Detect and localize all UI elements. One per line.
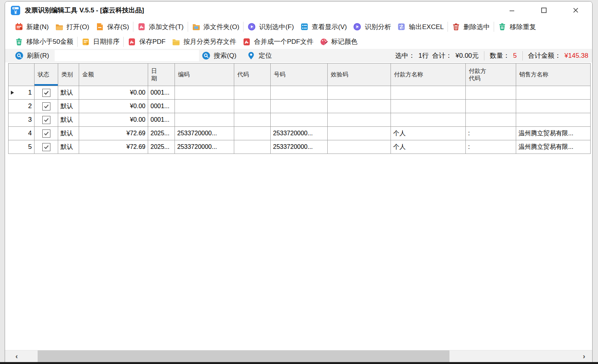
cell-code[interactable] [175,100,234,113]
cell-date[interactable]: 0001... [148,86,175,100]
cell-amount[interactable]: ¥0.00 [79,100,148,113]
cell-payer-code[interactable] [466,113,516,127]
column-header-date[interactable]: 日 期 [148,64,175,86]
cell-seller-name[interactable]: 温州腾立贸易有限... [516,140,591,154]
cell-number[interactable] [271,100,328,113]
row-header[interactable]: 4 [9,127,35,140]
cell-checksum[interactable] [328,86,391,100]
cell-category[interactable]: 默认 [58,127,79,140]
cell-amount[interactable]: ¥0.00 [79,86,148,100]
horizontal-scrollbar[interactable]: ‹ › [5,350,592,362]
status-checkbox-cell[interactable] [35,113,58,127]
cell-code2[interactable] [234,140,271,154]
cell-category[interactable]: 默认 [58,100,79,113]
save-pdf-button[interactable]: 保存PDF [126,36,168,47]
cell-seller-name[interactable] [516,86,591,100]
save-by-month-button[interactable]: 按月分类另存文件 [170,36,238,47]
cell-amount[interactable]: ¥72.69 [79,127,148,140]
column-header-status[interactable]: 状态 [35,64,58,86]
checkbox-checked[interactable] [42,116,50,124]
checkbox-checked[interactable] [42,143,50,151]
cell-code[interactable]: 2533720000... [175,140,234,154]
new-button[interactable]: 新建(N) [13,22,51,32]
cell-code2[interactable] [234,127,271,140]
cell-checksum[interactable] [328,127,391,140]
cell-code2[interactable] [234,100,271,113]
add-folder-button[interactable]: 添文件夹(O) [190,22,242,32]
maximize-button[interactable] [538,5,550,16]
cell-category[interactable]: 默认 [58,86,79,100]
cell-code2[interactable] [234,86,271,100]
cell-payer-name[interactable] [391,86,466,100]
cell-date[interactable]: 0001... [148,113,175,127]
cell-payer-code[interactable]: : [466,140,516,154]
cell-date[interactable]: 2025... [148,140,175,154]
cell-checksum[interactable] [328,140,391,154]
cell-amount[interactable]: ¥72.69 [79,140,148,154]
cell-seller-name[interactable] [516,113,591,127]
checkbox-checked[interactable] [42,102,50,110]
view-display-button[interactable]: 查看显示(V) [298,22,349,32]
remove-duplicates-button[interactable]: 移除重复 [496,22,538,32]
column-header-rowhead[interactable] [9,64,35,86]
scrollbar-thumb[interactable] [38,350,449,362]
column-header-amount[interactable]: 金额 [79,64,148,86]
cell-amount[interactable]: ¥0.00 [79,113,148,127]
column-header-seller-name[interactable]: 销售方名称 [516,64,591,86]
column-header-category[interactable]: 类别 [58,64,79,86]
cell-code[interactable] [175,86,234,100]
cell-number[interactable] [271,86,328,100]
cell-date[interactable]: 0001... [148,100,175,113]
status-checkbox-cell[interactable] [35,86,58,100]
column-header-code2[interactable]: 代码 [234,64,271,86]
column-header-number[interactable]: 号码 [271,64,328,86]
cell-checksum[interactable] [328,113,391,127]
save-button[interactable]: 保存(S) [93,22,131,32]
cell-payer-name[interactable] [391,100,466,113]
cell-payer-code[interactable] [466,86,516,100]
row-header[interactable]: 5 [9,140,35,154]
open-button[interactable]: 打开(O) [53,22,92,32]
minimize-button[interactable] [506,5,518,16]
mark-color-button[interactable]: 标记颜色 [318,36,359,47]
merge-pdf-button[interactable]: 合并成一个PDF文件 [240,36,315,47]
remove-under-50-button[interactable]: 移除小于50金额 [13,36,75,47]
cell-code2[interactable] [234,113,271,127]
cell-payer-name[interactable] [391,113,466,127]
row-header[interactable]: 2 [9,100,35,113]
column-header-payer-code[interactable]: 付款方 代码 [466,64,516,86]
checkbox-checked[interactable] [42,89,50,97]
scroll-right-button[interactable]: › [576,350,592,362]
cell-payer-code[interactable]: : [466,127,516,140]
cell-number[interactable]: 2533720000... [271,140,328,154]
recognize-analyze-button[interactable]: 识别分析 [351,22,393,32]
recognize-selected-button[interactable]: 识别选中(F) [245,22,296,32]
add-file-button[interactable]: 添加文件(T) [135,22,186,32]
row-header[interactable]: 1 [9,86,35,100]
cell-seller-name[interactable]: 温州腾立贸易有限... [516,127,591,140]
checkbox-checked[interactable] [42,129,50,138]
status-checkbox-cell[interactable] [35,100,58,113]
refresh-button[interactable]: 刷新(R) [13,50,51,61]
cell-category[interactable]: 默认 [58,113,79,127]
status-checkbox-cell[interactable] [35,140,58,154]
column-header-checksum[interactable]: 效验码 [328,64,391,86]
export-excel-button[interactable]: 输出EXCEL [395,22,446,32]
status-checkbox-cell[interactable] [35,127,58,140]
search-button[interactable]: 搜索(Q) [200,50,239,61]
cell-date[interactable]: 2025... [148,127,175,140]
cell-category[interactable]: 默认 [58,140,79,154]
cell-payer-code[interactable] [466,100,516,113]
cell-code[interactable] [175,113,234,127]
close-button[interactable] [570,5,581,16]
search-input[interactable] [55,50,199,61]
cell-checksum[interactable] [328,100,391,113]
cell-number[interactable]: 2533720000... [271,127,328,140]
cell-code[interactable]: 2533720000... [175,127,234,140]
column-header-code[interactable]: 编码 [175,64,234,86]
row-header[interactable]: 3 [9,113,35,127]
locate-button[interactable]: 定位 [245,50,274,61]
cell-payer-name[interactable]: 个人 [391,140,466,154]
cell-seller-name[interactable] [516,100,591,113]
cell-payer-name[interactable]: 个人 [391,127,466,140]
